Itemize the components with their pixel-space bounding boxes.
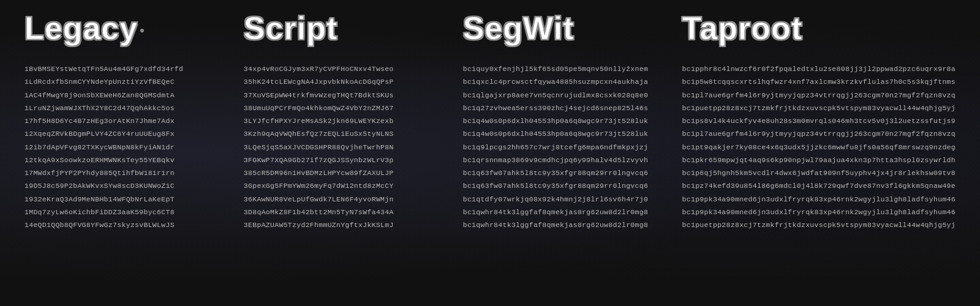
address-item: 3FGKwP7XQA9Gb27if7zQGJSSynbzWLrV3p (244, 154, 451, 166)
address-item: 35hK24tcLEWcgNA4JxpvbkNkoAcDGqQPsP (244, 75, 451, 88)
address-item: bc1qwhr84tk3lggfaf8qmekjas8rg62uw8d2lr0m… (463, 206, 670, 218)
address-item: 17MWdxfjPYP2PYhdy885QtihfbW181r1rn (24, 166, 232, 179)
address-item: bc1pkr659mpwjqt4aq9s6kp90npjwl79aajua4xk… (682, 154, 956, 166)
address-item: 17hf5H8D6Yc4B7zHEg3orAtKn7Jhme7Adx (24, 114, 232, 127)
address-item: 3D8qAoMkZ8F1b42btt2Mn5TyN7sWfa434A (244, 206, 451, 218)
address-item: 1BvBMSEYstWetqTFn5Au4m4GFg7xdfd34rfd (24, 62, 232, 75)
address-item: bc1q27zvhwea5erss390zhcj4sejcd6snep825l4… (463, 102, 670, 114)
address-item: bc1quy0xfenjhjl5kf65sd05pe5mqnv50nllyžxn… (463, 62, 670, 75)
address-item: 3Kzh9qAqVWQhEsfQz7zEQL1EuSx5tyNLNS (244, 127, 451, 140)
column-taproot: Taprootbc1pphr8c4lnwzcf6r0f2fpqaledtxlu2… (676, 12, 962, 231)
address-item: 3GpexGg5FPmYWm26myFq7dW12ntd8zMcCY (244, 179, 451, 192)
address-item: 1932eKraQ3Ad9MeNBHb14WFQbNrLaKeEpT (24, 193, 232, 206)
address-item: bc1p9pk34a90mned6jn3udxlfryrqk83xp46rnk2… (682, 193, 956, 206)
address-item: 1LdRcdxfbSnmCYYNdeYpUnztiYzVfBEQeC (24, 75, 232, 88)
address-list-taproot: bc1pphr8c4lnwzcf6r0f2fpqaledtxlu2se808jj… (682, 62, 956, 231)
address-item: 19D5J8c59P2bAkWKvxSYw8scD3KUNWoZ1C (24, 179, 232, 192)
address-item: bc1qxclc4prcwsctfqywa4885hsuzmpcxn4aukha… (463, 75, 670, 88)
address-item: 34xp4vRoCGJym3xR7yCVPFHoCNxv4Twseo (244, 62, 451, 75)
address-item: bc1qwhr84tk3lggfaf8qmekjas8rg62uw8d2lr0m… (463, 218, 670, 231)
address-item: 1LruNZjwamWJXThX2Y8C2d47QqhAkkc5os (24, 102, 232, 114)
address-item: bc1pl7aue6grfm4l6r9yjtmyyjqpz34vtrrqgjj2… (682, 89, 956, 102)
address-item: 12ib7dApVFvg82TXKycWBNpN8kFyiAN1dr (24, 141, 232, 154)
address-item: bc1puetpp28z8xcj7tzmkfrjtkdzxuvscpk5vtsp… (682, 218, 956, 231)
title-segwit: SegWit (463, 12, 670, 44)
address-item: 3LYJfcfHPXYJreMsASk2jkn69LWEYKzexb (244, 114, 451, 127)
address-item: bc1q63fw07ahk5l8tc9y35xfgr88qm29rr0lngvc… (463, 179, 670, 192)
column-segwit: SegWitbc1quy0xfenjhjl5kf65sd05pe5mqnv50n… (457, 12, 676, 231)
address-item: 3LQeSjqS5aXJVCDGSHPR88QvjheTwrhP8N (244, 141, 451, 154)
address-item: bc1ps8vl4k4uckfyv4e8uh28s3m0mvrqls046mh3… (682, 114, 956, 127)
title-legacy: Legacy (24, 12, 232, 44)
address-item: 1MDq7zyLw6oKichbFiDDZ3aaK59byc6CT8 (24, 206, 232, 218)
address-item: bc1qtdfy07wrkjq08x92k4hmnj2j8lrl6sv6h4r7… (463, 193, 670, 206)
address-item: bc1pt9qakjer7ky08ce4x6q3udx5jjzkc6mwwfu8… (682, 141, 956, 154)
address-item: bc1pphr8c4lnwzcf6r0f2fpqaledtxlu2se808jj… (682, 62, 956, 75)
address-item: 12XqeqZRVkBDgmPLVY4ZC6Y4ruUUEug8Fx (24, 127, 232, 140)
title-taproot: Taproot (682, 12, 956, 44)
address-item: bc1q9lpcgs2hh657c7wrj8tcefg6mpa6ndfmkpxj… (463, 141, 670, 154)
address-item: 14eQD1QQb8QFVG8YFwGz7skyzsvBLWLwJS (24, 218, 232, 231)
address-item: 36KAwNUR8VeLpUfGwdk7LEN6F4yvoRWMjn (244, 193, 451, 206)
address-item: bc1qlgajxrp8aee7vn5qcnrujudlmx8csxk028q8… (463, 89, 670, 102)
address-item: bc1q4w0s0p6dxlh04553hp0a6q8wgc9r73jt528l… (463, 114, 670, 127)
address-item: bc1p6qj5hgnh5km5vcdlr4dwx6jwdfat909nf5uy… (682, 166, 956, 179)
address-item: bc1pz74kefd39u854l86g6mdcl0j4l8k729qwf7d… (682, 179, 956, 192)
address-item: bc1q63fw07ahk5l8tc9y35xfgr88qm29rr0lngvc… (463, 166, 670, 179)
address-item: bc1puetpp28z8xcj7tzmkfrjtkdzxuvscpk5vtsp… (682, 102, 956, 114)
address-item: 385cR5DM96n1HvBDMzLHPYcw89fZAXULJP (244, 166, 451, 179)
address-item: 1AC4fMwgY8j9onSbXEWeH6Zan8QGMSdmtA (24, 89, 232, 102)
address-item: 38UmuUqPCrFmQo4khkomQwZ4VbY2nZMJ67 (244, 102, 451, 114)
title-script: Script (244, 12, 451, 44)
address-item: 37XuVSEpWW4trkfmvWzegTHQt7BdktSKUs (244, 89, 451, 102)
address-item: bc1p9pk34a90mned6jn3udxlfryrqk83xp46rnk2… (682, 206, 956, 218)
address-list-segwit: bc1quy0xfenjhjl5kf65sd05pe5mqnv50nllyžxn… (463, 62, 670, 231)
column-legacy: Legacy1BvBMSEYstWetqTFn5Au4m4GFg7xdfd34r… (18, 12, 238, 231)
address-list-script: 34xp4vRoCGJym3xR7yCVPFHoCNxv4Twseo35hK24… (244, 62, 451, 231)
address-item: bc1pl7aue6grfm4l6r9yjtmyyjqpz34vtrrqgjj2… (682, 127, 956, 140)
main-content: Legacy1BvBMSEYstWetqTFn5Au4m4GFg7xdfd34r… (0, 0, 980, 244)
address-item: 3EBpAZUAW5Tzyd2FhmmUZnYgftxJkKSLmJ (244, 218, 451, 231)
address-item: 12tkqA9xSoowkzoERHMWNKsTey55YEBqkv (24, 154, 232, 166)
address-item: bc1qrsnnmap3869v9cmdhcjpq6y99halv4d5lzvy… (463, 154, 670, 166)
address-item: bc1p5w8tcqqscxrtslhqfwzr4xnf7axlcmw3krzk… (682, 75, 956, 88)
column-script: Script34xp4vRoCGJym3xR7yCVPFHoCNxv4Twseo… (238, 12, 457, 231)
address-list-legacy: 1BvBMSEYstWetqTFn5Au4m4GFg7xdfd34rfd1LdR… (24, 62, 232, 231)
address-item: bc1q4w0s0p6dxlh04553hp0a6q8wgc9r73jt528l… (463, 127, 670, 140)
